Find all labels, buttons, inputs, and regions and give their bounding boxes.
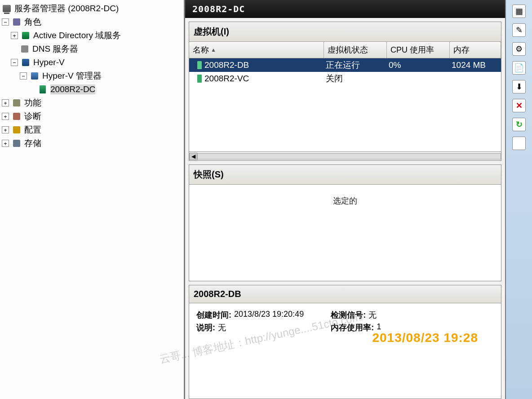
col-mem[interactable]: 内存 <box>450 42 501 58</box>
vm-panel: 虚拟机(I) 名称 ▲ 虚拟机状态 CPU 使用率 内存 2008R2-DB 正… <box>189 22 501 161</box>
action-icon[interactable]: ⚙ <box>512 42 526 56</box>
detail-signal-label: 检测信号: <box>331 310 366 320</box>
detail-desc-value: 无 <box>218 322 226 333</box>
col-state[interactable]: 虚拟机状态 <box>324 42 387 58</box>
detail-created-value: 2013/8/23 19:20:49 <box>234 310 304 320</box>
delete-icon[interactable]: ✕ <box>512 99 526 112</box>
horizontal-scrollbar[interactable]: ◀ <box>189 151 501 160</box>
collapse-icon[interactable]: − <box>20 72 27 80</box>
col-name-label: 名称 <box>193 44 209 55</box>
action-icon[interactable]: ▦ <box>512 4 526 18</box>
tree-root-label: 服务器管理器 (2008R2-DC) <box>14 3 119 14</box>
vm-state: 正在运行 <box>324 59 387 71</box>
tree-configuration-label: 配置 <box>24 124 41 136</box>
collapse-icon[interactable]: − <box>11 59 18 66</box>
col-cpu[interactable]: CPU 使用率 <box>387 42 450 58</box>
tree-ad[interactable]: + Active Directory 域服务 <box>2 29 184 42</box>
vm-state: 关闭 <box>324 73 387 84</box>
storage-icon <box>13 140 20 147</box>
detail-signal-value: 无 <box>368 310 377 320</box>
sort-asc-icon: ▲ <box>211 47 216 53</box>
expand-icon[interactable]: + <box>2 140 9 147</box>
tree-diagnostics-label: 诊断 <box>24 111 41 122</box>
help-icon[interactable]: ? <box>512 137 526 150</box>
expand-icon[interactable]: + <box>2 99 9 106</box>
navigation-tree[interactable]: 服务器管理器 (2008R2-DC) − 角色 + Active Directo… <box>0 0 184 399</box>
tree-ad-label: Active Directory 域服务 <box>33 30 121 41</box>
snapshot-panel: 快照(S) 选定的 <box>189 164 501 281</box>
vm-cpu: 0% <box>387 60 450 70</box>
vm-row[interactable]: 2008R2-DB 正在运行 0% 1024 MB <box>189 58 501 72</box>
scroll-left-icon[interactable]: ◀ <box>189 153 197 160</box>
hyperv-icon <box>22 59 29 66</box>
tree-storage[interactable]: + 存储 <box>2 137 184 150</box>
tree-features-label: 功能 <box>24 97 41 109</box>
host-icon <box>40 85 46 93</box>
tree-hyperv[interactable]: − Hyper-V <box>2 56 184 69</box>
tree-host-label: 2008R2-DC <box>50 84 95 94</box>
configuration-icon <box>13 126 20 133</box>
tree-root[interactable]: 服务器管理器 (2008R2-DC) <box>2 2 184 15</box>
expand-icon[interactable]: + <box>11 32 18 39</box>
vm-row[interactable]: 2008R2-VC 关闭 <box>189 72 501 85</box>
vm-icon <box>197 75 202 83</box>
tree-features[interactable]: + 功能 <box>2 96 184 110</box>
vm-mem: 1024 MB <box>450 60 501 70</box>
detail-created-label: 创建时间: <box>196 310 231 320</box>
main-title: 2008R2-DC <box>185 0 505 18</box>
diagnostics-icon <box>13 113 20 120</box>
vm-panel-header: 虚拟机(I) <box>189 22 501 42</box>
photo-timestamp: 2013/08/23 19:28 <box>372 331 478 345</box>
tree-hvmgr-label: Hyper-V 管理器 <box>42 70 102 82</box>
col-name[interactable]: 名称 ▲ <box>189 42 324 58</box>
detail-desc-label: 说明: <box>196 322 215 333</box>
tree-storage-label: 存储 <box>24 137 41 149</box>
vm-name: 2008R2-DB <box>204 60 249 70</box>
detail-memuse-label: 内存使用率: <box>331 322 374 333</box>
tree-roles-label: 角色 <box>24 16 41 28</box>
dns-icon <box>21 45 28 53</box>
vm-table-header[interactable]: 名称 ▲ 虚拟机状态 CPU 使用率 内存 <box>189 42 501 58</box>
tree-roles[interactable]: − 角色 <box>2 15 184 29</box>
ad-icon <box>22 32 29 39</box>
snapshot-text: 选定的 <box>333 196 357 205</box>
expand-icon[interactable]: + <box>2 113 9 120</box>
tree-configuration[interactable]: + 配置 <box>2 123 184 137</box>
roles-icon <box>13 18 20 26</box>
action-icon[interactable]: ⬇ <box>512 80 526 93</box>
collapse-icon[interactable]: − <box>2 18 9 26</box>
server-icon <box>3 5 11 12</box>
detail-panel-header: 2008R2-DB <box>189 285 501 303</box>
tree-dns-label: DNS 服务器 <box>32 43 78 55</box>
tree-hyperv-label: Hyper-V <box>33 58 65 67</box>
action-icon[interactable]: 📄 <box>512 61 526 75</box>
right-action-panel: ▦ ✎ ⚙ 📄 ⬇ ✕ ↻ ? <box>505 0 532 399</box>
snapshot-body: 选定的 <box>189 185 501 217</box>
tree-host[interactable]: 2008R2-DC <box>2 83 184 96</box>
scroll-track[interactable] <box>197 153 501 160</box>
tree-dns[interactable]: DNS 服务器 <box>2 42 184 56</box>
tree-diagnostics[interactable]: + 诊断 <box>2 110 184 123</box>
snapshot-panel-header: 快照(S) <box>189 165 501 185</box>
vm-icon <box>197 61 202 69</box>
vm-name: 2008R2-VC <box>204 74 249 84</box>
hyperv-mgr-icon <box>31 72 38 80</box>
action-icon[interactable]: ✎ <box>512 23 526 37</box>
tree-hvmgr[interactable]: − Hyper-V 管理器 <box>2 69 184 83</box>
refresh-icon[interactable]: ↻ <box>512 118 526 131</box>
expand-icon[interactable]: + <box>2 126 9 133</box>
features-icon <box>13 99 20 106</box>
